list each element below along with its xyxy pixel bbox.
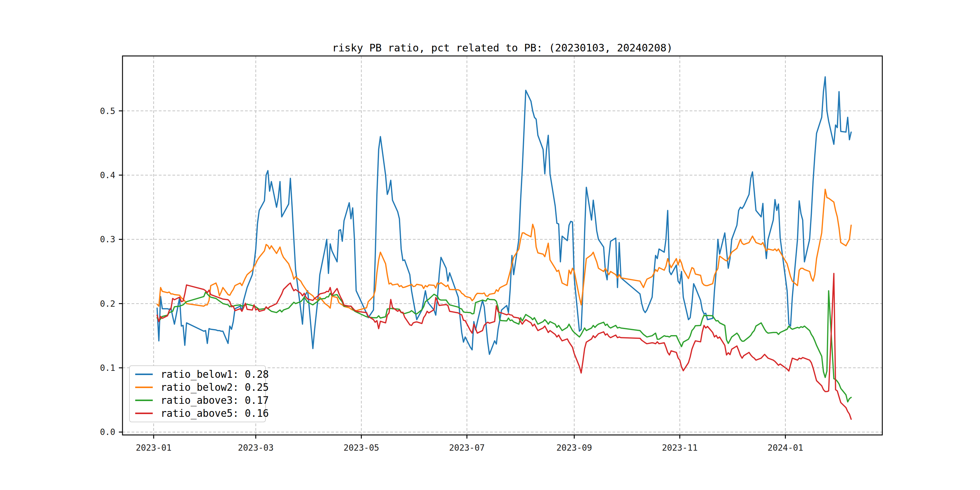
series-line-ratio_below1: [157, 77, 851, 355]
legend-label: ratio_above5: 0.16: [161, 407, 269, 419]
y-tick-label: 0.5: [100, 106, 115, 116]
y-tick-label: 0.3: [100, 234, 115, 244]
y-tick-label: 0.0: [100, 427, 115, 437]
legend-line-orange-swatch: [135, 387, 153, 388]
x-tick-label: 2023-07: [449, 443, 485, 453]
legend-row-ratio-above3: ratio_above3: 0.17: [130, 394, 265, 407]
x-tick-label: 2024-01: [768, 443, 803, 453]
legend-row-ratio-below1: ratio_below1: 0.28: [130, 368, 265, 381]
legend-row-ratio-below2: ratio_below2: 0.25: [130, 381, 265, 394]
x-tick-label: 2023-05: [344, 443, 379, 453]
chart-title: risky PB ratio, pct related to PB: (2023…: [123, 42, 882, 54]
legend-line-red-swatch: [135, 412, 153, 414]
x-tick-label: 2023-03: [238, 443, 274, 453]
legend-label: ratio_below2: 0.25: [161, 382, 269, 393]
legend-row-ratio-above5: ratio_above5: 0.16: [130, 407, 265, 420]
x-tick-label: 2023-09: [556, 443, 592, 453]
y-tick-label: 0.1: [100, 363, 115, 373]
legend-label: ratio_below1: 0.28: [161, 368, 269, 380]
legend-line-green-swatch: [135, 399, 153, 401]
legend-line-blue-swatch: [135, 374, 153, 375]
y-tick-label: 0.4: [100, 170, 115, 180]
y-tick-label: 0.2: [100, 299, 115, 309]
legend-label: ratio_above3: 0.17: [161, 395, 269, 406]
x-tick-label: 2023-01: [136, 443, 172, 453]
x-tick-label: 2023-11: [662, 443, 698, 453]
legend: ratio_below1: 0.28 ratio_below2: 0.25 ra…: [129, 365, 266, 422]
figure-root: 2023-012023-032023-052023-072023-092023-…: [0, 0, 980, 490]
